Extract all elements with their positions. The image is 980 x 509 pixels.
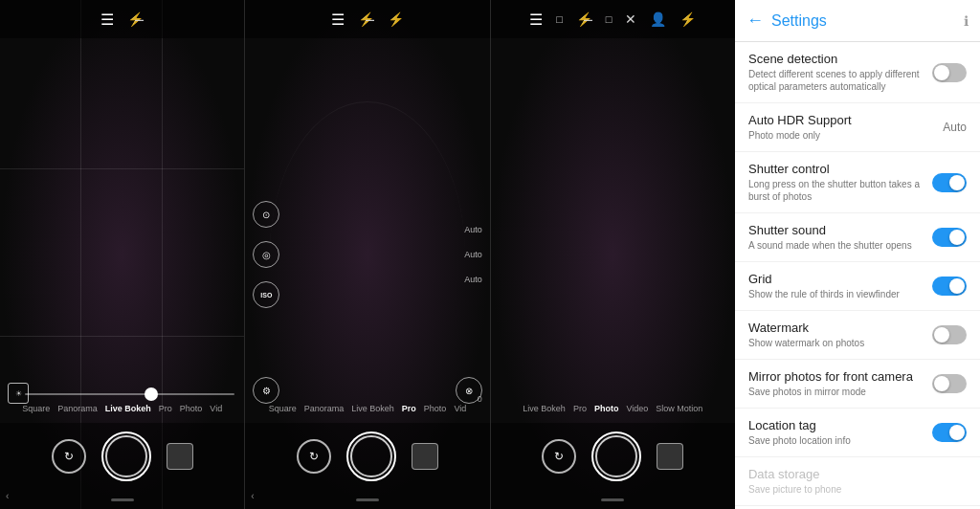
setting-location-tag-title: Location tag [748,418,924,432]
shutter-row-3: ↻ [491,423,735,490]
nav-arrow-left-2: ‹ [251,491,254,501]
camera-toolbar-2: ☰ ⚡̶ ⚡ [245,0,489,38]
shutter-control-toggle[interactable] [932,173,967,192]
shutter-button-3[interactable] [591,432,641,481]
shutter-button-2[interactable] [346,432,396,481]
mirror-photos-toggle[interactable] [932,374,967,393]
camera-bottom-1: Square Panorama Live Bokeh Pro Photo Vid… [0,394,244,509]
mode-panorama-2[interactable]: Panorama [304,404,345,413]
setting-mirror-photos-desc: Save photos in mirror mode [748,386,924,398]
mode-livebokeh-2[interactable]: Live Bokeh [351,404,394,413]
setting-scene-detection-title: Scene detection [748,52,924,66]
setting-auto-hdr-desc: Photo mode only [748,129,935,142]
mode-photo-3[interactable]: Photo [594,404,619,413]
setting-grid-desc: Show the rule of thirds in viewfinder [748,288,924,300]
mode-bar-3: Live Bokeh Pro Photo Video Slow Motion [491,394,735,423]
setting-watermark-title: Watermark [748,321,924,335]
setting-scene-detection: Scene detection Detect different scenes … [735,42,980,103]
menu-icon-1[interactable]: ☰ [100,11,114,29]
setting-shutter-sound-desc: A sound made when the shutter opens [748,239,924,252]
thumbnail-3[interactable] [657,443,683,470]
no-flash-icon-3[interactable]: ⚡̶ [576,11,592,27]
settings-panel: ← Settings ℹ Scene detection Detect diff… [735,0,980,509]
setting-data-storage-title: Data storage [748,467,959,481]
metering-icon-2[interactable]: ⊙ [253,201,279,228]
mode-pro-2[interactable]: Pro [402,404,416,413]
scene-detection-toggle[interactable] [932,63,967,82]
mode-livebokeh-3[interactable]: Live Bokeh [523,404,566,413]
mode-photo-2[interactable]: Photo [424,404,447,413]
setting-shutter-control: Shutter control Long press on the shutte… [735,152,980,213]
setting-shutter-sound: Shutter sound A sound made when the shut… [735,213,980,262]
setting-location-tag: Location tag Save photo location info [735,409,980,457]
mode-vid-1[interactable]: Vid [210,404,222,413]
mode-square-2[interactable]: Square [269,404,297,413]
setting-data-storage-desc: Save picture to phone [748,483,959,496]
focus-icon-2[interactable]: ◎ [253,241,279,268]
mode-video-3[interactable]: Video [626,404,648,413]
exp-label-2: Auto [464,250,482,259]
square2-icon-3[interactable]: □ [606,13,612,25]
setting-watermark-desc: Show watermark on photos [748,337,924,349]
cross-icon-3[interactable]: ✕ [625,11,636,27]
mode-bar-2: Square Panorama Live Bokeh Pro Photo Vid [245,394,489,423]
setting-mirror-photos: Mirror photos for front camera Save phot… [735,360,980,409]
menu-icon-3[interactable]: ☰ [529,11,543,29]
setting-data-storage: Data storage Save picture to phone [735,457,980,506]
camera-switch-btn-1[interactable]: ↻ [52,439,86,474]
no-flash-icon-1[interactable]: ⚡̶ [127,11,144,27]
camera-panel-2: ☰ ⚡̶ ⚡ ⊙ ◎ ISO Auto Auto Auto 0 ⚙ ⊗ Squa… [245,0,490,509]
flash-icon-2[interactable]: ⚡ [388,11,404,27]
setting-shutter-sound-title: Shutter sound [748,223,924,237]
menu-icon-2[interactable]: ☰ [331,11,345,29]
info-icon[interactable]: ℹ [964,13,969,29]
camera-arch-2 [270,101,465,407]
exp-label-1: Auto [464,225,482,234]
camera-switch-btn-3[interactable]: ↻ [542,439,576,474]
no-flash-icon-2[interactable]: ⚡̶ [358,11,374,27]
mode-livebokeh-1[interactable]: Live Bokeh [105,404,151,413]
setting-grid-title: Grid [748,272,924,286]
setting-auto-hdr: Auto HDR Support Photo mode only Auto [735,103,980,152]
person-icon-3[interactable]: 👤 [650,11,666,27]
setting-shutter-control-title: Shutter control [748,162,924,176]
square-icon-3[interactable]: □ [556,13,563,25]
camera-panel-3: ☰ □ ⚡̶ □ ✕ 👤 ⚡ Live Bokeh Pro Photo Vide… [491,0,735,509]
mode-pro-3[interactable]: Pro [573,404,587,413]
mode-photo-1[interactable]: Photo [180,404,203,413]
iso-icon-2[interactable]: ISO [253,281,279,308]
flash2-icon-3[interactable]: ⚡ [679,11,696,27]
auto-hdr-value: Auto [943,121,967,134]
camera-panel-1: ☰ ⚡̶ ☀ Square Panorama Live Bokeh Pro Ph… [0,0,245,509]
camera-toolbar-3: ☰ □ ⚡̶ □ ✕ 👤 ⚡ [491,0,735,38]
nav-arrow-left-1: ‹ [6,491,9,501]
back-button[interactable]: ← [746,11,764,31]
mode-bar-1: Square Panorama Live Bokeh Pro Photo Vid [0,394,244,423]
thumbnail-1[interactable] [167,443,193,470]
exp-label-3: Auto [464,275,482,284]
setting-watermark: Watermark Show watermark on photos [735,311,980,360]
camera-switch-btn-2[interactable]: ↻ [297,439,331,474]
mode-vid-2[interactable]: Vid [454,404,466,413]
setting-scene-detection-desc: Detect different scenes to apply differe… [748,68,924,93]
mode-pro-1[interactable]: Pro [159,404,172,413]
camera-bottom-2: Square Panorama Live Bokeh Pro Photo Vid… [245,394,489,509]
location-tag-toggle[interactable] [932,423,967,442]
thumbnail-2[interactable] [412,443,438,470]
settings-title: Settings [771,12,956,30]
setting-auto-hdr-title: Auto HDR Support [748,113,935,127]
mode-square-1[interactable]: Square [22,404,50,413]
shutter-sound-toggle[interactable] [932,228,967,247]
setting-shutter-control-desc: Long press on the shutter button takes a… [748,178,924,203]
grid-toggle[interactable] [932,277,967,296]
setting-grid: Grid Show the rule of thirds in viewfind… [735,262,980,311]
mode-slowmotion-3[interactable]: Slow Motion [656,404,702,413]
shutter-row-2: ↻ [245,423,489,490]
shutter-button-1[interactable] [101,432,151,481]
setting-mirror-photos-title: Mirror photos for front camera [748,369,924,384]
watermark-toggle[interactable] [932,325,967,344]
shutter-row-1: ↻ [0,423,244,490]
nav-dot-3 [601,498,624,501]
camera-toolbar-1: ☰ ⚡̶ [0,0,244,38]
mode-panorama-1[interactable]: Panorama [57,404,98,413]
